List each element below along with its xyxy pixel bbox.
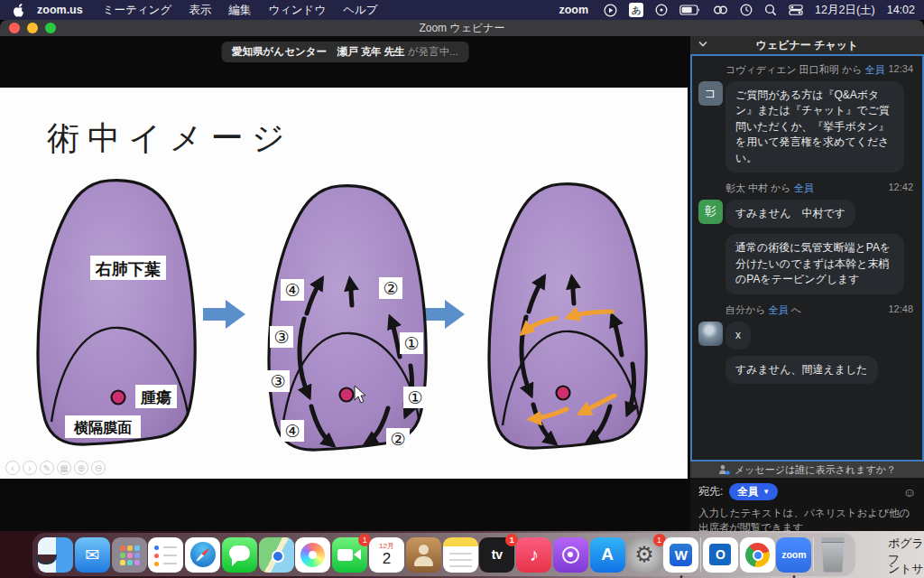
transition-arrow-1 xyxy=(203,300,245,329)
message-time: 12:42 xyxy=(888,182,913,195)
dock-notes-icon[interactable] xyxy=(443,537,478,573)
lung-illustration-3 xyxy=(489,184,646,448)
step-4b: ④ xyxy=(284,422,300,441)
window-titlebar[interactable]: Zoom ウェビナー xyxy=(0,20,924,36)
chat-message: 彰太 中村 から 全員 12:42 彰 すみません 中村です 通常の術後に気管支… xyxy=(698,182,917,294)
emoji-button[interactable]: ☺ xyxy=(903,485,916,499)
dock-settings-icon[interactable]: ⚙1 xyxy=(627,537,662,573)
dock-separator xyxy=(813,537,814,572)
tumor-dot-2 xyxy=(340,388,354,402)
caret-down-icon: ▼ xyxy=(762,488,770,496)
control-center-icon[interactable] xyxy=(789,5,803,15)
screen-record-icon[interactable] xyxy=(604,4,617,17)
status-circle-icon[interactable] xyxy=(655,4,668,16)
sender-name: 自分から 全員 へ xyxy=(725,303,801,317)
grid-icon[interactable]: ▦ xyxy=(57,461,71,475)
webinar-chat-panel: ウェビナー チャット コヴィディエン 田口和明 から 全員 12:34 コ ご質… xyxy=(690,36,924,531)
dock-finder-icon[interactable] xyxy=(38,537,73,573)
self-avatar-photo xyxy=(698,322,723,346)
next-slide-icon[interactable]: › xyxy=(23,461,37,475)
background-text-fragment: ントサイ xyxy=(888,561,924,578)
dock-reminders-icon[interactable] xyxy=(148,537,183,573)
active-speaker-banner: 愛知県がんセンター 瀬戸 克年 先生 が発言中... xyxy=(221,42,469,62)
statusbar-app-label: zoom xyxy=(559,4,588,16)
zoom-window: Zoom ウェビナー 愛知県がんセンター 瀬戸 克年 先生 が発言中... 術中… xyxy=(0,20,924,531)
dock-safari-icon[interactable] xyxy=(185,537,220,573)
dock-trash-icon[interactable] xyxy=(818,537,847,573)
tumor-dot-3 xyxy=(557,387,570,400)
message-bubble: 通常の術後に気管支断端とPAを分けたいのでまずは本幹と末梢のPAをテーピングしま… xyxy=(725,234,904,294)
search-icon[interactable] xyxy=(764,4,777,16)
window-title: Zoom ウェビナー xyxy=(0,21,924,36)
label-lobe: 右肺下葉 xyxy=(95,260,161,278)
dock-chrome-icon[interactable] xyxy=(740,537,775,573)
menu-help[interactable]: ヘルプ xyxy=(343,3,377,18)
annotation-toolbar: ‹ › ✎ ▦ ⊕ ⊖ xyxy=(5,461,106,475)
presentation-stage: 愛知県がんセンター 瀬戸 克年 先生 が発言中... 術中イメージ xyxy=(0,36,690,531)
zoom-in-icon[interactable]: ⊕ xyxy=(74,461,88,475)
sender-name: 彰太 中村 から 全員 xyxy=(725,182,814,195)
message-bubble: ご質問がある方は『Q&Aボタン』または『チャット』でご質問いただくか、『挙手ボタ… xyxy=(725,81,904,172)
apple-menu-icon[interactable] xyxy=(13,4,24,17)
menu-window[interactable]: ウィンドウ xyxy=(268,3,326,18)
menu-meeting[interactable]: ミーティング xyxy=(103,3,171,18)
step-3b: ③ xyxy=(270,372,285,391)
transition-arrow-2 xyxy=(422,300,465,329)
message-visibility-link[interactable]: メッセージは誰に表示されますか？ xyxy=(690,461,924,478)
dock-contacts-icon[interactable] xyxy=(406,537,441,573)
avatar: 彰 xyxy=(698,200,723,224)
dock-podcasts-icon[interactable] xyxy=(553,537,588,573)
chat-message: 自分から 全員 へ 12:48 x すみません、間違えました xyxy=(698,303,917,385)
recipient-dropdown[interactable]: 全員 ▼ xyxy=(729,483,778,500)
speaker-status: が発言中... xyxy=(405,46,458,57)
prev-slide-icon[interactable]: ‹ xyxy=(5,461,20,475)
dock-calendar-icon[interactable]: 12月2 xyxy=(369,537,404,573)
dock-photos-icon[interactable] xyxy=(295,537,330,573)
sender-name: コヴィディエン 田口和明 から 全員 xyxy=(725,63,885,77)
menubar-time[interactable]: 14:02 xyxy=(887,4,915,16)
dock-mail-icon[interactable]: ✉ xyxy=(75,537,110,573)
step-1b: ① xyxy=(407,388,422,407)
label-tumor: 腫瘍 xyxy=(140,389,171,406)
input-source-icon[interactable]: あ xyxy=(629,3,643,17)
dock-messages-icon[interactable] xyxy=(222,537,257,573)
lung-diagram: 右肺下葉 腫瘍 横隔膜面 xyxy=(0,88,688,479)
dock: ✉ 1 12月2 tv1 ♪ A ⚙1 W O zoom xyxy=(32,533,855,576)
dock-word-icon[interactable]: W xyxy=(663,537,698,573)
dock-appstore-icon[interactable]: A xyxy=(590,537,625,573)
chat-message-list[interactable]: コヴィディエン 田口和明 から 全員 12:34 コ ご質問がある方は『Q&Aボ… xyxy=(690,54,924,461)
dock-music-icon[interactable]: ♪ xyxy=(516,537,551,573)
message-time: 12:48 xyxy=(888,303,913,317)
dock-separator xyxy=(700,537,701,572)
zoom-out-icon[interactable]: ⊖ xyxy=(91,461,106,475)
step-1a: ① xyxy=(403,334,419,353)
avatar: コ xyxy=(698,81,723,106)
menu-view[interactable]: 表示 xyxy=(189,3,211,18)
message-bubble: すみません 中村です xyxy=(725,200,855,228)
dock-outlook-icon[interactable]: O xyxy=(703,537,738,573)
menu-edit[interactable]: 編集 xyxy=(228,3,251,18)
clock-icon[interactable] xyxy=(740,4,753,16)
person-question-icon xyxy=(718,464,730,475)
menubar-date[interactable]: 12月2日(土) xyxy=(815,3,875,18)
dock-appletv-icon[interactable]: tv1 xyxy=(479,537,514,573)
draw-icon[interactable]: ✎ xyxy=(40,461,54,475)
tumor-dot-1 xyxy=(112,391,125,405)
dock-zoom-icon[interactable]: zoom xyxy=(776,537,811,573)
lung-illustration-2: ④ ② ③ ① ③ ① ④ ② xyxy=(266,186,427,450)
link-icon[interactable] xyxy=(713,5,728,15)
label-diaphragm: 横隔膜面 xyxy=(73,420,132,435)
menu-appname[interactable]: zoom.us xyxy=(37,4,83,16)
battery-icon[interactable] xyxy=(679,5,701,15)
compose-notice: 入力したテキストは、パネリストおよび他の出席者が閲覧できます xyxy=(698,506,916,531)
desktop-strip: ポグラフ ントサイ ✉ 1 12月2 tv1 ♪ A ⚙1 W O zoom xyxy=(0,531,924,578)
message-bubble: x xyxy=(725,322,751,350)
lung-illustration-1: 右肺下葉 腫瘍 横隔膜面 xyxy=(38,181,195,444)
speaker-name: 愛知県がんセンター 瀬戸 克年 先生 xyxy=(232,46,405,57)
dock-maps-icon[interactable] xyxy=(259,537,294,573)
dock-launchpad-icon[interactable] xyxy=(112,537,147,573)
step-4a: ④ xyxy=(284,281,300,300)
chevron-down-icon[interactable] xyxy=(698,41,707,47)
dock-facetime-icon[interactable]: 1 xyxy=(332,537,367,573)
shared-slide: 術中イメージ xyxy=(0,88,688,479)
